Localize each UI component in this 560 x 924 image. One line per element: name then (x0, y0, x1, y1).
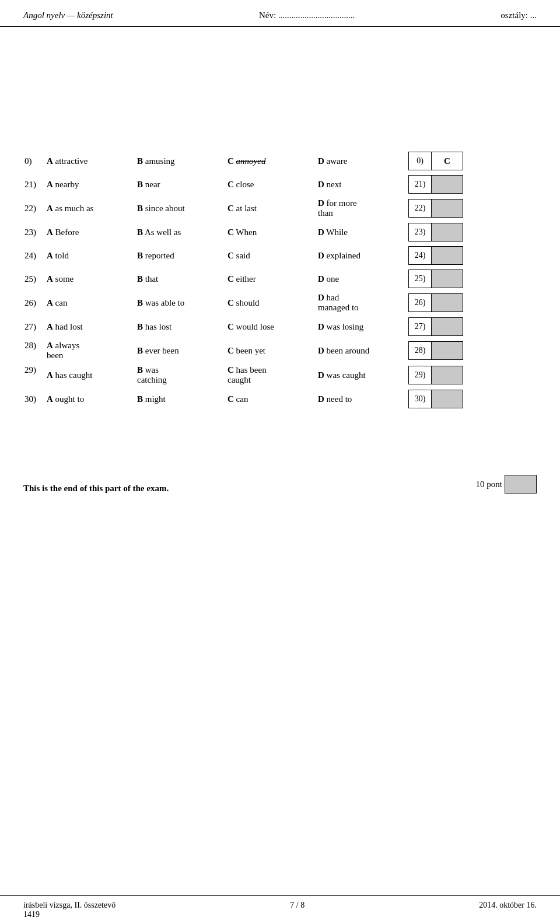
ans-box-blank (431, 175, 463, 194)
q-col-c: C at last (226, 196, 317, 220)
q-col-a: A nearby (46, 173, 136, 196)
q-col-c: C should (226, 290, 317, 315)
ans-box-num: 28) (408, 341, 432, 360)
ans-box-num: 26) (408, 293, 432, 312)
q-col-b: B reported (136, 244, 226, 267)
q-col-b: B that (136, 267, 226, 290)
q-number: 25) (23, 267, 46, 290)
ans-box-blank (431, 223, 463, 242)
q-number: 0) (23, 149, 46, 173)
table-row: 29) A has caught B wascatching C has bee… (23, 363, 537, 387)
ans-box-num: 21) (408, 175, 432, 194)
table-row: 30) A ought to B might C can D need to 3… (23, 387, 537, 411)
answer-cell: 23) (407, 220, 537, 244)
ans-box-num: 27) (408, 317, 432, 336)
q-number: 24) (23, 244, 46, 267)
footer-left: írásbeli vizsga, II. összetevő 1419 (23, 901, 116, 919)
q-col-a: A alwaysbeen (46, 338, 136, 363)
ans-box-num: 30) (408, 390, 432, 408)
answer-cell: 21) (407, 173, 537, 196)
page-header: Angol nyelv — középszint Név: ..........… (0, 0, 560, 27)
header-class: osztály: ... (501, 10, 537, 20)
q-col-d: D aware (317, 149, 407, 173)
q-col-a: A told (46, 244, 136, 267)
answer-cell: 22) (407, 196, 537, 220)
answer-cell: 0) C (407, 149, 537, 173)
ans-box-blank (431, 390, 463, 408)
answer-cell: 29) (407, 363, 537, 387)
q-col-d: D next (317, 173, 407, 196)
q-col-c: C said (226, 244, 317, 267)
q-col-c: C either (226, 267, 317, 290)
q-number: 29) (23, 363, 46, 387)
header-subject: Angol nyelv — középszint (23, 10, 113, 20)
answer-cell: 24) (407, 244, 537, 267)
q-number: 26) (23, 290, 46, 315)
q-col-d: D was losing (317, 315, 407, 338)
pont-label: 10 pont (476, 480, 502, 489)
q-col-a: A ought to (46, 387, 136, 411)
table-row: 0) A attractive B amusing C annoyed D aw… (23, 149, 537, 173)
q-col-b: B amusing (136, 149, 226, 173)
q-col-b: B has lost (136, 315, 226, 338)
ans-box-num: 23) (408, 223, 432, 242)
answer-cell: 26) (407, 290, 537, 315)
footer-right: 2014. október 16. (479, 901, 537, 919)
bottom-section: This is the end of this part of the exam… (0, 452, 560, 505)
ans-box-num: 0) (408, 152, 432, 170)
q-number: 27) (23, 315, 46, 338)
table-row: 26) A can B was able to C should D hadma… (23, 290, 537, 315)
ans-box-num: 29) (408, 366, 432, 384)
q-col-c: C close (226, 173, 317, 196)
q-col-b: B near (136, 173, 226, 196)
q-col-a: A has caught (46, 363, 136, 387)
answer-cell: 30) (407, 387, 537, 411)
q-col-d: D for morethan (317, 196, 407, 220)
main-content: 0) A attractive B amusing C annoyed D aw… (0, 27, 560, 428)
table-row: 23) A Before B As well as C When D While… (23, 220, 537, 244)
ans-box-blank: C (431, 152, 463, 170)
q-number: 28) (23, 338, 46, 363)
table-row: 28) A alwaysbeen B ever been C been yet … (23, 338, 537, 363)
q-col-c: C can (226, 387, 317, 411)
q-col-b: B As well as (136, 220, 226, 244)
answer-cell: 28) (407, 338, 537, 363)
q-number: 23) (23, 220, 46, 244)
q-number: 21) (23, 173, 46, 196)
q-number: 30) (23, 387, 46, 411)
q-col-b: B wascatching (136, 363, 226, 387)
q-col-a: A some (46, 267, 136, 290)
q-col-d: D was caught (317, 363, 407, 387)
q-col-a: A Before (46, 220, 136, 244)
questions-table: 0) A attractive B amusing C annoyed D aw… (23, 149, 537, 411)
q-col-b: B ever been (136, 338, 226, 363)
ans-box-blank (431, 366, 463, 384)
table-row: 22) A as much as B since about C at last… (23, 196, 537, 220)
q-col-a: A attractive (46, 149, 136, 173)
ans-box-num: 25) (408, 270, 432, 288)
ans-box-blank (431, 246, 463, 265)
q-col-c: C When (226, 220, 317, 244)
ans-box-blank (431, 341, 463, 360)
answer-cell: 25) (407, 267, 537, 290)
ans-box-blank (431, 317, 463, 336)
q-col-d: D explained (317, 244, 407, 267)
q-col-d: D hadmanaged to (317, 290, 407, 315)
q-col-b: B since about (136, 196, 226, 220)
end-text: This is the end of this part of the exam… (23, 484, 169, 494)
ans-box-num: 24) (408, 246, 432, 265)
table-row: 25) A some B that C either D one 25) (23, 267, 537, 290)
q-col-d: D While (317, 220, 407, 244)
q-number: 22) (23, 196, 46, 220)
table-row: 21) A nearby B near C close D next 21) (23, 173, 537, 196)
table-row: 24) A told B reported C said D explained… (23, 244, 537, 267)
table-row: 27) A had lost B has lost C would lose D… (23, 315, 537, 338)
q-col-a: A had lost (46, 315, 136, 338)
q-col-d: D one (317, 267, 407, 290)
q-col-c: C annoyed (226, 149, 317, 173)
q-col-a: A as much as (46, 196, 136, 220)
q-col-d: D need to (317, 387, 407, 411)
ans-box-blank (431, 293, 463, 312)
top-spacer (23, 44, 537, 149)
ans-box-blank (431, 270, 463, 288)
